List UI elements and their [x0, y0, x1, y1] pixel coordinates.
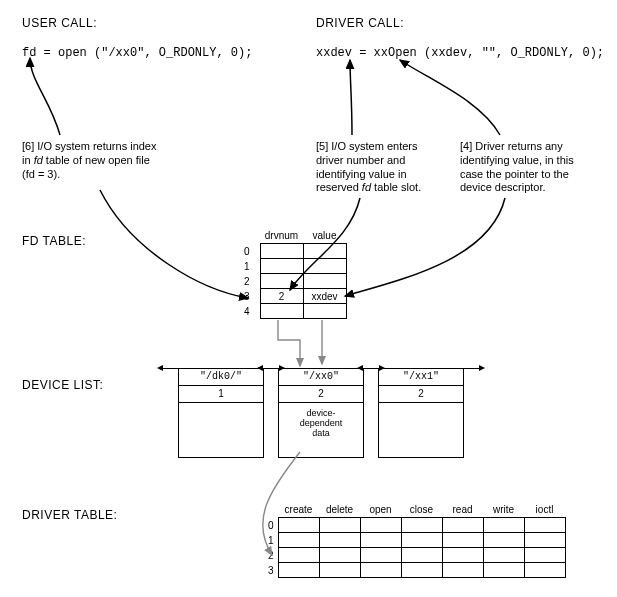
fd-row-idx: 1 [238, 259, 260, 274]
fd-cell [260, 304, 303, 319]
drv-header: open [360, 504, 401, 518]
list-prev-arrow-icon [261, 368, 279, 369]
device-name: "/xx0" [279, 369, 363, 385]
note-4: [4] Driver returns any identifying value… [460, 140, 595, 195]
device-name: "/dk0/" [179, 369, 263, 385]
device-drvnum: 2 [279, 385, 363, 403]
list-prev-arrow-icon [361, 368, 379, 369]
fd-header-value: value [303, 230, 346, 244]
fd-row-idx: 4 [238, 304, 260, 319]
device-body [379, 403, 463, 457]
heading-fd-table: FD TABLE: [22, 234, 86, 248]
drv-row-idx: 1 [258, 533, 278, 548]
fd-row-idx: 0 [238, 244, 260, 259]
heading-device-list: DEVICE LIST: [22, 378, 103, 392]
fd-cell [260, 274, 303, 289]
device-box: "/xx0" 2 device- dependent data [278, 368, 364, 458]
driver-table: create delete open close read write ioct… [258, 504, 566, 578]
arrow-note5-to-code [350, 60, 352, 135]
drv-row-idx: 0 [258, 518, 278, 533]
fd-cell [303, 259, 346, 274]
fd-row-idx: 2 [238, 274, 260, 289]
fd-header-drvnum: drvnum [260, 230, 303, 244]
list-prev-arrow-icon [161, 368, 179, 369]
note-5-italic: fd [362, 181, 371, 193]
drv-header: read [442, 504, 483, 518]
fd-cell [260, 259, 303, 274]
heading-user-call: USER CALL: [22, 16, 97, 30]
drv-header: create [278, 504, 319, 518]
fd-row-idx: 3 [238, 289, 260, 304]
fd-cell: xxdev [303, 289, 346, 304]
fd-cell [303, 244, 346, 259]
note-5: [5] I/O system enters driver number and … [316, 140, 441, 195]
drv-header: write [483, 504, 524, 518]
drv-header: close [401, 504, 442, 518]
arrow-note4-to-code [400, 60, 500, 135]
arrow-note4-to-fdrow [345, 198, 505, 296]
drv-header: ioctl [524, 504, 565, 518]
heading-driver-call: DRIVER CALL: [316, 16, 404, 30]
device-body: device- dependent data [279, 403, 363, 457]
fd-cell [260, 244, 303, 259]
code-user-call: fd = open ("/xx0", O_RDONLY, 0); [22, 46, 252, 60]
list-next-arrow-icon [463, 368, 481, 369]
fd-cell [303, 304, 346, 319]
fd-cell [303, 274, 346, 289]
code-driver-call: xxdev = xxOpen (xxdev, "", O_RDONLY, 0); [316, 46, 604, 60]
heading-driver-table: DRIVER TABLE: [22, 508, 117, 522]
note-6: [6] I/O system returns index in fd table… [22, 140, 157, 181]
device-drvnum: 1 [179, 385, 263, 403]
fd-table: drvnum value 0 1 2 32xxdev 4 [238, 230, 347, 319]
device-name: "/xx1" [379, 369, 463, 385]
device-box: "/dk0/" 1 [178, 368, 264, 458]
device-body [179, 403, 263, 457]
drv-row-idx: 3 [258, 563, 278, 578]
device-drvnum: 2 [379, 385, 463, 403]
drv-header: delete [319, 504, 360, 518]
device-box: "/xx1" 2 [378, 368, 464, 458]
arrow-fd-to-device [278, 320, 300, 366]
note-5-suffix: table slot. [371, 181, 421, 193]
device-list: "/dk0/" 1 "/xx0" 2 device- dependent dat… [178, 368, 464, 458]
arrow-note6-to-code [30, 58, 60, 135]
fd-cell: 2 [260, 289, 303, 304]
note-6-italic: fd [34, 154, 43, 166]
arrow-note6-to-fdrow [100, 190, 248, 298]
drv-row-idx: 2 [258, 548, 278, 563]
